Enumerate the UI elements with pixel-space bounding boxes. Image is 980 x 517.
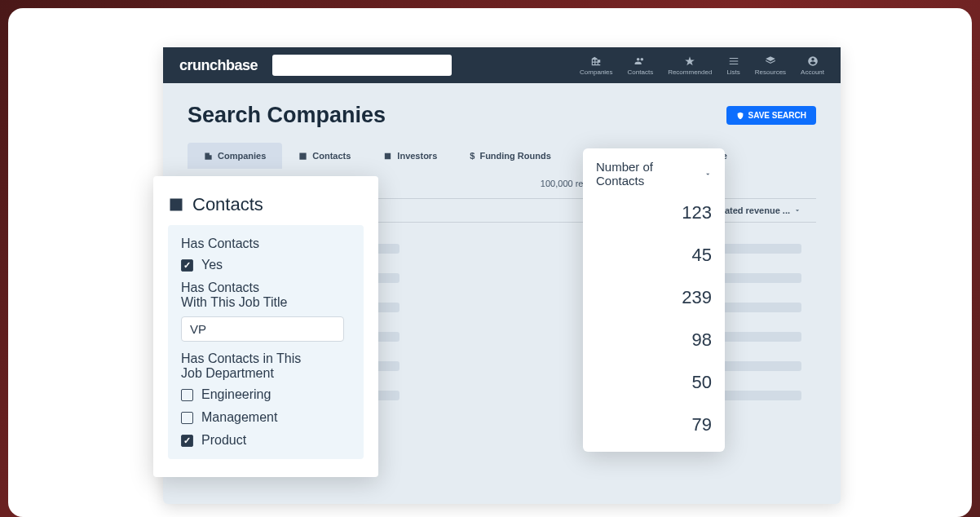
num-value: 50 <box>596 372 712 393</box>
chevron-down-icon <box>704 170 712 179</box>
num-value: 45 <box>596 245 712 266</box>
nav-recommended[interactable]: Recommended <box>668 55 712 76</box>
search-input[interactable] <box>272 55 452 76</box>
num-value: 123 <box>596 202 712 223</box>
has-contacts-label: Has Contacts <box>181 236 351 251</box>
save-search-button[interactable]: SAVE SEARCH <box>726 106 817 125</box>
num-contacts-header[interactable]: Number of Contacts <box>596 160 712 188</box>
logo: crunchbase <box>179 57 258 74</box>
has-contacts-yes-checkbox[interactable] <box>181 259 193 272</box>
nav-account[interactable]: Account <box>801 55 824 76</box>
nav-resources[interactable]: Resources <box>755 55 786 76</box>
dept-product-checkbox[interactable] <box>181 435 193 447</box>
tab-companies[interactable]: Companies <box>188 143 282 169</box>
tab-funding[interactable]: $ Funding Rounds <box>453 143 567 169</box>
col-revenue[interactable]: imated revenue ... <box>714 205 816 215</box>
tab-investors[interactable]: Investors <box>367 143 453 169</box>
tab-contacts[interactable]: Contacts <box>282 143 367 169</box>
dept-management-checkbox[interactable] <box>181 412 193 424</box>
number-of-contacts-panel: Number of Contacts 123 45 239 98 50 79 <box>583 148 725 452</box>
nav-contacts[interactable]: Contacts <box>628 55 654 76</box>
num-value: 98 <box>596 329 712 351</box>
contacts-filters-panel: Contacts Has Contacts Yes Has Contacts W… <box>153 176 378 477</box>
dept-engineering-checkbox[interactable] <box>181 389 193 401</box>
num-value: 79 <box>596 414 712 435</box>
page-title: Search Companies <box>188 103 386 128</box>
num-value: 239 <box>596 287 712 308</box>
nav-lists[interactable]: Lists <box>726 55 739 76</box>
app-header: crunchbase Companies Contacts Recommende… <box>163 47 841 83</box>
contact-card-icon <box>168 197 184 213</box>
nav-companies[interactable]: Companies <box>580 55 612 76</box>
job-title-input[interactable]: VP <box>181 316 344 342</box>
